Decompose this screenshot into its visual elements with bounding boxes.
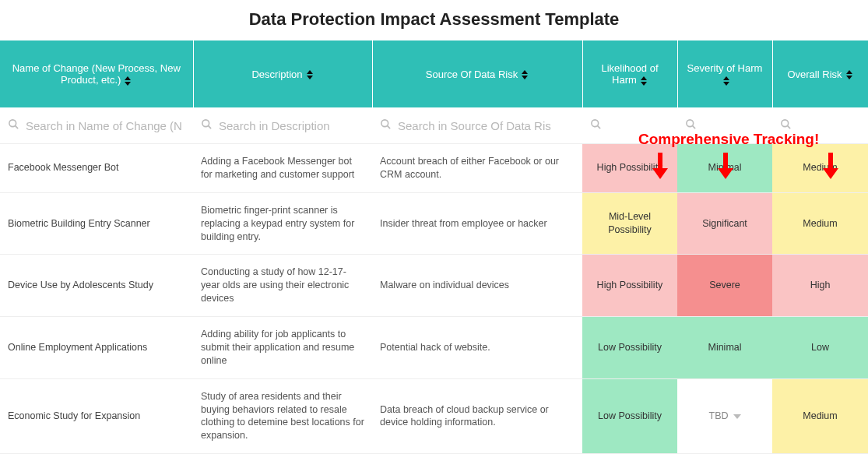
table-row[interactable]: Economic Study for ExpansionStudy of are… xyxy=(0,378,868,454)
svg-point-14 xyxy=(202,120,209,127)
svg-point-18 xyxy=(592,120,599,127)
svg-line-17 xyxy=(387,125,390,128)
svg-marker-1 xyxy=(125,82,131,86)
cell-desc: Biometric finger-print scanner is replac… xyxy=(193,192,372,255)
svg-marker-6 xyxy=(641,76,647,80)
cell-desc: Adding ability for job applicants to sub… xyxy=(193,317,372,379)
search-icon xyxy=(201,118,213,132)
cell-desc: Study of area residents and their buying… xyxy=(193,378,372,454)
svg-marker-0 xyxy=(125,76,131,80)
search-icon xyxy=(8,118,19,132)
cell-overall[interactable]: Medium xyxy=(772,378,868,454)
cell-severity[interactable]: TBD xyxy=(677,378,772,454)
cell-desc: Adding a Facebook Messenger bot for mark… xyxy=(193,144,372,193)
svg-point-16 xyxy=(381,120,388,127)
cell-name: Online Employment Applications xyxy=(0,317,193,379)
sort-icon xyxy=(722,74,730,86)
table-row[interactable]: Biometric Building Entry ScannerBiometri… xyxy=(0,192,868,255)
dpia-table: Name of Change (New Process, New Product… xyxy=(0,40,868,454)
cell-name: Biometric Building Entry Scanner xyxy=(0,192,193,255)
cell-overall[interactable]: Medium xyxy=(772,144,868,193)
svg-marker-10 xyxy=(846,70,852,74)
svg-point-12 xyxy=(9,120,16,127)
table-row[interactable]: Online Employment ApplicationsAdding abi… xyxy=(0,317,868,379)
cell-src: Potential hack of website. xyxy=(372,317,582,379)
table-row[interactable]: Device Use by Adolescents StudyConductin… xyxy=(0,255,868,317)
chevron-down-icon xyxy=(733,410,741,423)
col-header-like[interactable]: Likelihood of Harm xyxy=(582,40,677,107)
svg-marker-30 xyxy=(823,168,838,179)
cell-likelihood[interactable]: Low Possibility xyxy=(582,317,677,379)
svg-marker-5 xyxy=(522,76,528,79)
svg-marker-7 xyxy=(641,82,647,86)
cell-name: Device Use by Adolescents Study xyxy=(0,255,193,317)
col-header-sev[interactable]: Severity of Harm xyxy=(677,40,772,107)
svg-marker-9 xyxy=(723,82,729,86)
cell-severity[interactable]: Significant xyxy=(677,192,772,255)
page-title: Data Protection Impact Assessment Templa… xyxy=(0,0,868,40)
cell-desc: Conducting a study of how 12-17-year old… xyxy=(193,255,372,317)
cell-name: Economic Study for Expansion xyxy=(0,378,193,454)
annotation-arrow-icon xyxy=(821,153,840,179)
cell-name: Facebook Messenger Bot xyxy=(0,144,193,193)
svg-point-22 xyxy=(782,120,789,127)
cell-likelihood[interactable]: Low Possibility xyxy=(582,378,677,454)
svg-point-20 xyxy=(687,120,694,127)
search-src-input[interactable] xyxy=(398,119,575,132)
search-name-input[interactable] xyxy=(26,119,185,132)
sort-icon xyxy=(521,69,529,80)
sort-icon xyxy=(640,74,648,86)
svg-marker-2 xyxy=(307,70,313,74)
svg-marker-4 xyxy=(522,70,528,74)
search-desc-input[interactable] xyxy=(219,119,364,132)
sort-icon xyxy=(845,69,853,80)
sort-icon xyxy=(124,74,132,86)
cell-severity[interactable]: Minimal xyxy=(677,317,772,379)
svg-marker-24 xyxy=(733,414,741,419)
cell-src: Insider threat from employee or hacker xyxy=(372,192,582,255)
col-header-src[interactable]: Source Of Data Risk xyxy=(372,40,582,107)
annotation-arrow-icon xyxy=(716,153,735,179)
svg-line-19 xyxy=(597,125,600,128)
cell-src: Data breach of cloud backup service or d… xyxy=(372,378,582,454)
severity-dropdown[interactable]: TBD xyxy=(709,410,741,423)
table-row[interactable]: Facebook Messenger BotAdding a Facebook … xyxy=(0,144,868,193)
cell-likelihood[interactable]: Mid-Level Possibility xyxy=(582,192,677,255)
cell-likelihood[interactable]: High Possibility xyxy=(582,255,677,317)
svg-marker-26 xyxy=(652,168,668,179)
svg-marker-3 xyxy=(307,76,313,79)
cell-src: Malware on individual devices xyxy=(372,255,582,317)
svg-line-15 xyxy=(208,125,211,128)
svg-line-13 xyxy=(15,125,18,128)
annotation-arrow-icon xyxy=(651,153,669,179)
svg-line-21 xyxy=(692,125,695,128)
svg-line-23 xyxy=(787,125,790,128)
cell-overall[interactable]: Medium xyxy=(772,192,868,255)
col-header-over[interactable]: Overall Risk xyxy=(772,40,868,107)
sort-icon xyxy=(306,69,314,80)
cell-src: Account breach of either Facebook or our… xyxy=(372,144,582,193)
annotation-label: Comprehensive Tracking! xyxy=(638,131,819,148)
svg-marker-8 xyxy=(723,76,729,80)
cell-overall[interactable]: Low xyxy=(772,317,868,379)
cell-severity[interactable]: Severe xyxy=(677,255,772,317)
col-header-name[interactable]: Name of Change (New Process, New Product… xyxy=(0,40,193,107)
cell-overall[interactable]: High xyxy=(772,255,868,317)
svg-marker-28 xyxy=(718,168,733,179)
svg-marker-11 xyxy=(846,76,852,79)
search-icon xyxy=(380,118,392,132)
col-header-desc[interactable]: Description xyxy=(193,40,372,107)
search-icon xyxy=(590,118,602,132)
